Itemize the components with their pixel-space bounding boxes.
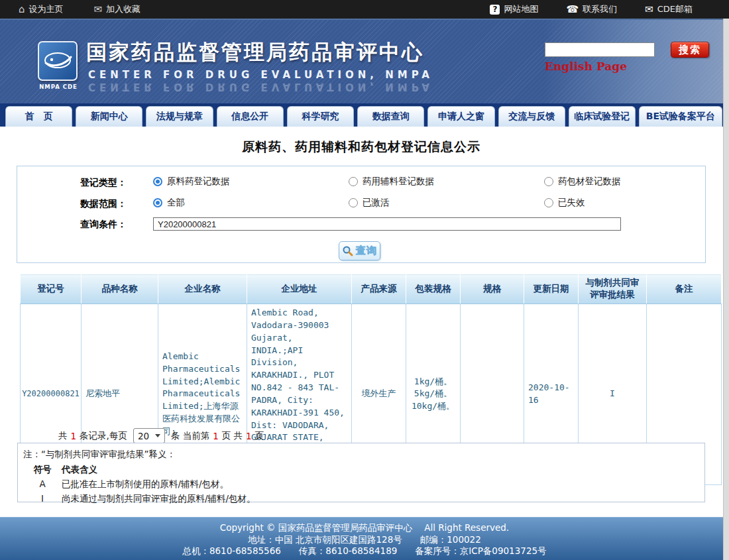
radio-scope-all-label: 全部 <box>167 197 185 209</box>
site-title-en-reflection: CENTER FOR DRUG EVALUATION, NMPA <box>88 81 433 93</box>
notes-row-a: A 已批准在上市制剂使用的原料/辅料/包材。 <box>23 478 704 490</box>
current-page-number: 1 <box>213 431 219 441</box>
radio-checked-icon[interactable] <box>153 177 162 186</box>
logo-bird-icon <box>42 48 74 74</box>
radio-checked-icon[interactable] <box>153 198 162 207</box>
radio-scope-invalid[interactable]: 已失效 <box>544 197 585 209</box>
col-header-company-name: 企业名称 <box>158 274 247 304</box>
cde-mail-link[interactable]: ✉ CDE邮箱 <box>645 3 693 15</box>
col-header-remarks: 备注 <box>647 274 722 304</box>
scope-label: 数据范围： <box>80 198 127 210</box>
cde-mail-label: CDE邮箱 <box>657 3 693 15</box>
pagination-records-suffix: 条记录,每页 <box>80 430 127 442</box>
nav-tab-clinical-trials[interactable]: 临床试验登记 <box>569 106 636 127</box>
phone-icon: ☎ <box>566 5 579 15</box>
pagination-bar: 共 1 条记录,每页 20 条 当前第 1 页 共 1 页 <box>58 428 264 443</box>
contact-label: 联系我们 <box>583 3 617 15</box>
notes-header-row: 符号 代表含义 <box>23 464 704 475</box>
nav-tab-applicant[interactable]: 申请人之窗 <box>427 106 494 127</box>
nav-tab-home[interactable]: 首 页 <box>5 106 72 127</box>
query-form: 登记类型： 原料药登记数据 药用辅料登记数据 药包材登记数据 数据范围： 全部 … <box>17 166 706 263</box>
col-header-joint-review-result: 与制剂共同审评审批结果 <box>579 274 647 304</box>
page-size-select[interactable]: 20 <box>133 428 165 443</box>
pagination-page-suffix: 页 共 <box>222 430 243 442</box>
col-header-company-address: 企业地址 <box>247 274 352 304</box>
radio-packaging-data-label: 药包材登记数据 <box>558 176 621 188</box>
top-utility-bar: ⌂ 设为主页 ✉ 加入收藏 ? 网站地图 ☎ 联系我们 ✉ CDE邮箱 <box>0 0 729 19</box>
legend-notes: 注：“与制剂共同审评审批结果”释义： 符号 代表含义 A 已批准在上市制剂使用的… <box>17 443 705 502</box>
radio-scope-active-label: 已激活 <box>363 197 390 209</box>
set-homepage-label: 设为主页 <box>29 3 64 15</box>
notes-meaning-i: 尚未通过与制剂共同审评审批的原料/辅料/包材。 <box>62 493 256 504</box>
col-header-reg-no: 登记号 <box>21 274 82 304</box>
footer-contact-icp: 总机：8610-68585566 传真：8610-68584189 备案序号：京… <box>0 545 729 557</box>
total-pages-number: 1 <box>246 431 252 441</box>
notes-symbol-header: 符号 <box>23 464 62 475</box>
col-header-product-name: 品种名称 <box>82 274 158 304</box>
site-title-cn: 国家药品监督管理局药品审评中心 <box>86 38 424 66</box>
home-icon: ⌂ <box>19 5 25 15</box>
nav-tab-regulations[interactable]: 法规与规章 <box>146 106 213 127</box>
logo-caption: NMPA CDE <box>32 84 85 90</box>
query-condition-label: 查询条件： <box>80 219 127 231</box>
page-title: 原料药、药用辅料和药包材登记信息公示 <box>0 139 722 156</box>
query-condition-input[interactable] <box>153 217 621 231</box>
contact-link[interactable]: ☎ 联系我们 <box>566 3 617 15</box>
notes-title: 注：“与制剂共同审评审批结果”释义： <box>23 449 704 461</box>
pagination-total-prefix: 共 <box>58 430 68 442</box>
nav-tab-news[interactable]: 新闻中心 <box>76 106 142 127</box>
pagination-per-suffix: 条 当前第 <box>171 430 209 442</box>
site-banner: NMPA CDE 国家药品监督管理局药品审评中心 CENTER FOR DRUG… <box>0 19 729 103</box>
sitemap-label: 网站地图 <box>504 3 538 15</box>
query-submit-button[interactable]: 查询 <box>339 241 380 260</box>
pagination-total-suffix: 页 <box>255 430 264 442</box>
vertical-scrollbar[interactable] <box>723 19 729 560</box>
radio-unchecked-icon[interactable] <box>544 198 553 207</box>
footer-address: 地址：中国 北京市朝阳区建国路128号 邮编：100022 <box>0 534 729 546</box>
nav-tab-data-query[interactable]: 数据查询 <box>357 106 424 127</box>
page-size-value: 20 <box>138 431 149 441</box>
site-search-input[interactable] <box>545 42 655 57</box>
radio-api-data-label: 原料药登记数据 <box>167 176 230 188</box>
main-navigation: 首 页 新闻中心 法规与规章 信息公开 科学研究 数据查询 申请人之窗 交流与反… <box>0 103 729 127</box>
notes-row-i: I 尚未通过与制剂共同审评审批的原料/辅料/包材。 <box>23 493 704 504</box>
sitemap-link[interactable]: ? 网站地图 <box>490 3 538 15</box>
nav-tab-science[interactable]: 科学研究 <box>287 106 354 127</box>
english-page-link[interactable]: English Page <box>545 60 627 73</box>
set-homepage-link[interactable]: ⌂ 设为主页 <box>19 3 64 15</box>
nav-tab-feedback[interactable]: 交流与反馈 <box>498 106 565 127</box>
add-favorite-link[interactable]: ✉ 加入收藏 <box>94 3 141 15</box>
nav-tab-info-disclosure[interactable]: 信息公开 <box>217 106 284 127</box>
topbar-left-group: ⌂ 设为主页 ✉ 加入收藏 <box>19 3 140 15</box>
reg-type-label: 登记类型： <box>80 177 127 189</box>
envelope-icon: ✉ <box>94 5 103 15</box>
site-search-button[interactable]: 搜索 <box>671 42 709 58</box>
radio-scope-active[interactable]: 已激活 <box>349 197 390 209</box>
radio-excipient-data-label: 药用辅料登记数据 <box>363 176 434 188</box>
radio-unchecked-icon[interactable] <box>349 198 358 207</box>
radio-unchecked-icon[interactable] <box>544 177 553 186</box>
radio-packaging-data[interactable]: 药包材登记数据 <box>544 176 621 188</box>
col-header-product-source: 产品来源 <box>352 274 406 304</box>
radio-scope-invalid-label: 已失效 <box>558 197 585 209</box>
notes-meaning-header: 代表含义 <box>62 464 97 475</box>
page-footer: Copyright © 国家药品监督管理局药品审评中心 All Right Re… <box>0 517 729 560</box>
radio-unchecked-icon[interactable] <box>349 177 358 186</box>
nav-tab-be-platform[interactable]: BE试验备案平台 <box>639 106 722 127</box>
col-header-spec: 规格 <box>461 274 524 304</box>
add-favorite-label: 加入收藏 <box>106 3 140 15</box>
footer-copyright: Copyright © 国家药品监督管理局药品审评中心 All Right Re… <box>0 522 729 534</box>
radio-api-data[interactable]: 原料药登记数据 <box>153 176 230 188</box>
table-header-row: 登记号 品种名称 企业名称 企业地址 产品来源 包装规格 规格 更新日期 与制剂… <box>21 274 722 304</box>
radio-scope-all[interactable]: 全部 <box>153 197 185 209</box>
site-title-en: CENTER FOR DRUG EVALUATION, NMPA <box>88 69 433 81</box>
col-header-package-spec: 包装规格 <box>406 274 461 304</box>
col-header-update-date: 更新日期 <box>524 274 579 304</box>
topbar-right-group: ? 网站地图 ☎ 联系我们 ✉ CDE邮箱 <box>490 3 693 15</box>
question-icon: ? <box>490 5 500 15</box>
magnifier-icon <box>342 245 353 256</box>
chevron-down-icon <box>155 434 160 437</box>
radio-excipient-data[interactable]: 药用辅料登记数据 <box>349 176 434 188</box>
notes-symbol-i: I <box>23 493 62 504</box>
query-button-label: 查询 <box>356 245 377 257</box>
